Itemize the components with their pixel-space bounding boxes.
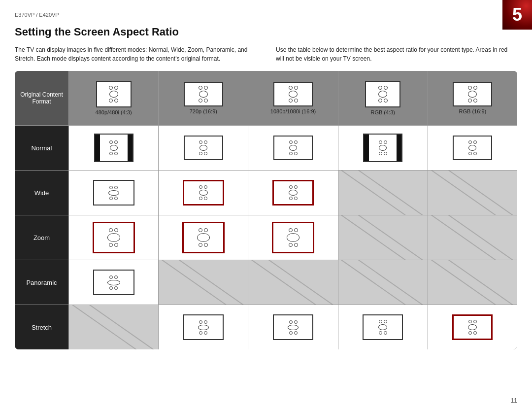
tv-stretch-rgb43 <box>363 314 403 340</box>
tv-normal-480 <box>94 134 133 162</box>
intro-left: The TV can display images in five differ… <box>15 45 256 63</box>
cell-pan-rgb169 <box>428 260 517 305</box>
screen-720-header <box>184 82 223 106</box>
tv-wide-480 <box>93 180 134 206</box>
tv-normal-1080 <box>273 136 313 160</box>
mode-zoom-text: Zoom <box>33 234 50 241</box>
screen-rgb43-header <box>365 81 400 107</box>
page-container: E370VP / E420VP 5 Setting the Screen Asp… <box>0 0 532 411</box>
cell-zoom-rgb43 <box>338 215 428 260</box>
tv-normal-rgb43 <box>363 134 402 162</box>
col-label-rgb169: RGB (16:9) <box>459 108 487 114</box>
tv-screen-1080-header <box>273 82 313 106</box>
tv-zoom-480 <box>93 222 135 253</box>
screen-normal-rgb169 <box>453 136 492 160</box>
screen-stretch-rgb169 <box>452 314 493 340</box>
col-label-480: 480p/480i (4:3) <box>96 109 132 115</box>
screen-480-header <box>96 81 132 107</box>
cell-zoom-1080 <box>248 215 338 260</box>
circles-stretch-1080 <box>288 320 299 335</box>
circles-normal-720 <box>199 140 207 155</box>
tv-normal-720 <box>184 136 223 160</box>
tv-screen-480-header <box>96 81 132 107</box>
tv-screen-rgb43-header <box>365 81 400 107</box>
top-bar: E370VP / E420VP <box>15 10 517 18</box>
screen-zoom-480 <box>93 222 135 253</box>
cell-zoom-480 <box>69 215 159 260</box>
screen-normal-480 <box>94 134 133 162</box>
mode-label-panoramic: Panoramic <box>15 260 69 305</box>
header-cell-480: 480p/480i (4:3) <box>69 71 159 125</box>
screen-wide-720 <box>183 180 224 206</box>
screen-pan-480 <box>93 270 134 295</box>
cell-zoom-rgb169 <box>428 215 517 260</box>
cell-normal-720 <box>159 126 248 170</box>
cell-zoom-720 <box>159 215 248 260</box>
cell-pan-480 <box>69 260 159 305</box>
intro-section: The TV can display images in five differ… <box>15 45 517 63</box>
cell-normal-1080 <box>248 126 338 170</box>
mode-wide-text: Wide <box>34 189 49 197</box>
mode-normal-text: Normal <box>32 144 52 152</box>
page-badge: 5 <box>502 0 532 30</box>
cell-stretch-rgb169 <box>428 305 517 349</box>
tv-normal-rgb169 <box>453 136 492 160</box>
cell-stretch-rgb43 <box>338 305 428 349</box>
cell-stretch-1080 <box>248 305 338 349</box>
screen-normal-rgb43 <box>363 134 402 162</box>
screen-1080-header <box>273 82 313 106</box>
header-cell-rgb169: RGB (16:9) <box>428 71 517 125</box>
aspect-table: Original Content Format 480p/480i (4:3) <box>15 71 517 349</box>
circles-stretch-720 <box>198 320 209 335</box>
screen-wide-480 <box>93 180 134 206</box>
row-wide: Wide <box>15 171 517 215</box>
cell-pan-720 <box>159 260 248 305</box>
cell-wide-480 <box>69 171 159 215</box>
circles-zoom-1080 <box>287 228 299 247</box>
circles-wide-1080 <box>289 185 298 200</box>
header-label-cell: Original Content Format <box>15 71 69 125</box>
cell-pan-rgb43 <box>338 260 428 305</box>
intro-right: Use the table below to determine the bes… <box>276 45 517 63</box>
col-label-rgb43: RGB (4:3) <box>370 109 395 115</box>
circles-normal-480 <box>109 140 118 155</box>
mode-stretch-text: Stretch <box>32 324 52 331</box>
cell-wide-1080 <box>248 171 338 215</box>
tv-zoom-720 <box>182 222 225 253</box>
header-cell-1080: 1080p/1080i (16:9) <box>248 71 338 125</box>
screen-stretch-rgb43 <box>363 314 403 340</box>
circles-stretch-rgb43 <box>378 320 387 335</box>
circles-720 <box>199 86 208 103</box>
row-normal: Normal <box>15 126 517 171</box>
screen-normal-1080 <box>273 136 313 160</box>
cell-normal-rgb43 <box>338 126 428 170</box>
page-title: Setting the Screen Aspect Ratio <box>15 26 517 38</box>
cell-wide-rgb169 <box>428 171 517 215</box>
circles-zoom-720 <box>197 228 210 247</box>
circles-480 <box>109 86 118 103</box>
cell-pan-1080 <box>248 260 338 305</box>
screen-normal-720 <box>184 136 223 160</box>
circles-normal-rgb169 <box>468 140 477 155</box>
cell-normal-rgb169 <box>428 126 517 170</box>
tv-pan-480 <box>93 270 134 295</box>
mode-label-zoom: Zoom <box>15 215 69 260</box>
page-number: 11 <box>511 397 517 404</box>
circles-stretch-rgb169 <box>468 320 477 335</box>
cell-wide-rgb43 <box>338 171 428 215</box>
screen-rgb169-header <box>453 82 492 106</box>
header-cell-rgb43: RGB (4:3) <box>338 71 428 125</box>
row-panoramic: Panoramic <box>15 260 517 305</box>
circles-normal-1080 <box>289 140 298 155</box>
cell-stretch-480 <box>69 305 159 349</box>
cell-normal-480 <box>69 126 159 170</box>
tv-wide-720 <box>183 180 224 206</box>
header-cell-720: 720p (16:9) <box>159 71 248 125</box>
screen-stretch-720 <box>183 314 224 340</box>
screen-wide-1080 <box>272 180 314 206</box>
mode-panoramic-text: Panoramic <box>26 279 57 286</box>
original-content-format-label: Original Content Format <box>18 91 66 105</box>
row-zoom: Zoom <box>15 215 517 260</box>
circles-wide-720 <box>199 185 208 200</box>
row-stretch: Stretch <box>15 305 517 349</box>
